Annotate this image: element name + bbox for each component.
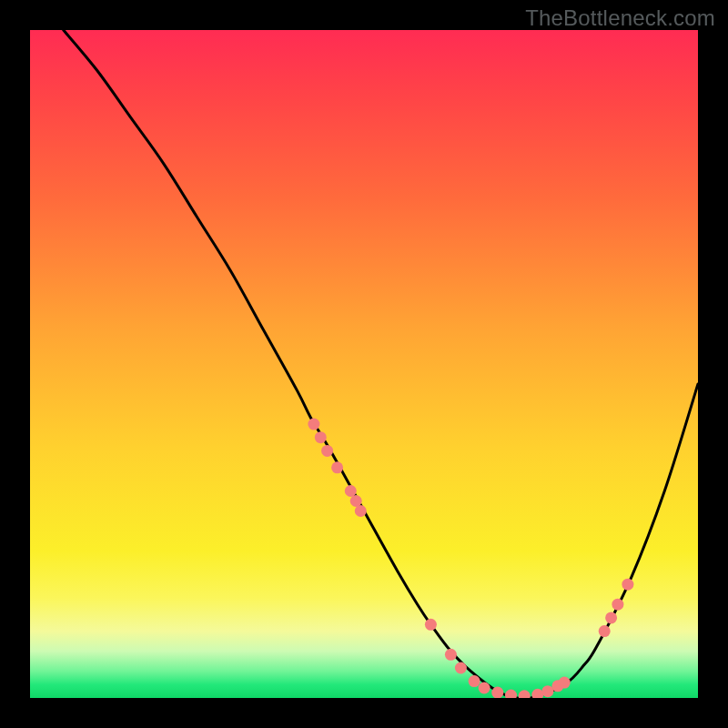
chart-marker <box>612 599 623 611</box>
chart-marker <box>469 675 480 687</box>
chart-marker <box>479 682 490 694</box>
chart-marker <box>455 662 467 674</box>
chart-marker <box>345 485 357 497</box>
chart-marker <box>445 649 457 661</box>
chart-marker <box>308 419 319 430</box>
chart-marker <box>531 689 543 698</box>
chart-marker <box>491 687 503 698</box>
chart-marker <box>321 445 333 457</box>
chart-marker <box>315 431 327 443</box>
watermark-text: TheBottleneck.com <box>525 5 715 31</box>
chart-marker <box>559 677 571 689</box>
chart-markers <box>308 419 633 698</box>
chart-svg <box>30 30 698 698</box>
chart-marker <box>622 579 633 591</box>
chart-marker <box>331 461 343 473</box>
chart-curve <box>64 30 698 698</box>
chart-plot-area <box>30 30 698 698</box>
chart-marker <box>355 505 367 517</box>
chart-marker <box>541 685 553 697</box>
chart-marker <box>519 690 531 698</box>
chart-marker <box>505 690 517 698</box>
chart-marker <box>425 619 437 631</box>
chart-frame: TheBottleneck.com <box>0 0 728 728</box>
chart-marker <box>599 625 611 637</box>
chart-marker <box>605 612 617 623</box>
